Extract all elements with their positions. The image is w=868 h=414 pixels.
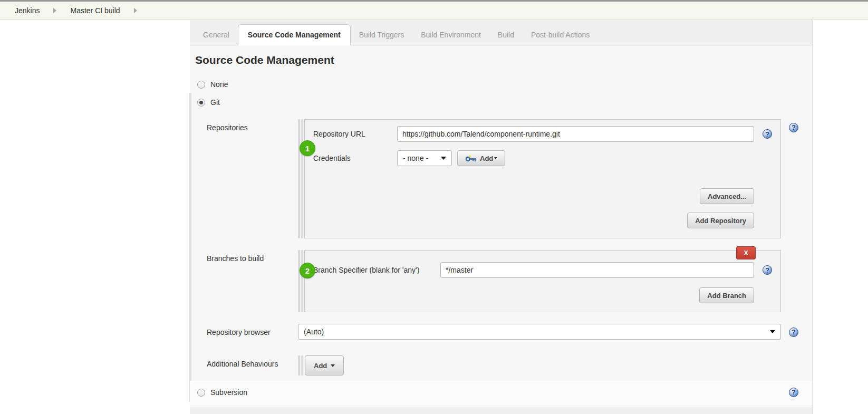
delete-branch-button[interactable]: X bbox=[736, 246, 756, 259]
step-badge-1: 1 bbox=[300, 140, 315, 156]
repository-url-label: Repository URL bbox=[313, 130, 397, 138]
radio-subversion[interactable] bbox=[197, 389, 205, 397]
radio-subversion-label: Subversion bbox=[210, 388, 247, 397]
credentials-selected-value: - none - bbox=[403, 154, 428, 162]
job-config-panel: General Source Code Management Build Tri… bbox=[190, 20, 813, 414]
repository-url-input[interactable] bbox=[397, 126, 754, 142]
chevron-down-icon bbox=[441, 157, 446, 160]
additional-behaviours-label: Additional Behaviours bbox=[197, 355, 298, 376]
help-icon[interactable] bbox=[763, 129, 772, 139]
behaviour-drag-handle[interactable] bbox=[298, 355, 304, 376]
advanced-button[interactable]: Advanced... bbox=[700, 188, 754, 204]
branch-box: X Branch Specifier (blank for 'any') Add… bbox=[304, 250, 781, 312]
help-icon[interactable] bbox=[789, 328, 798, 337]
branches-label: Branches to build bbox=[197, 250, 298, 312]
radio-git[interactable] bbox=[197, 99, 205, 107]
radio-none[interactable] bbox=[197, 81, 205, 89]
add-branch-button[interactable]: Add Branch bbox=[699, 287, 754, 303]
branch-drag-handle[interactable]: 2 bbox=[298, 250, 304, 312]
tab-general[interactable]: General bbox=[195, 25, 238, 45]
add-credentials-label: Add bbox=[480, 155, 493, 162]
repository-box: Repository URL Credentials - none - bbox=[304, 119, 781, 238]
add-behaviour-button[interactable]: Add bbox=[305, 355, 344, 376]
key-icon bbox=[465, 155, 477, 162]
chevron-right-icon[interactable] bbox=[134, 8, 137, 13]
credentials-select[interactable]: - none - bbox=[397, 150, 452, 166]
step-badge-2: 2 bbox=[300, 263, 315, 278]
repository-drag-handle[interactable]: 1 bbox=[298, 119, 304, 238]
additional-behaviours-section: Additional Behaviours Add bbox=[197, 355, 813, 376]
caret-down-icon bbox=[331, 364, 335, 367]
tab-build-triggers[interactable]: Build Triggers bbox=[351, 25, 413, 45]
credentials-label: Credentials bbox=[313, 154, 397, 162]
chevron-right-icon[interactable] bbox=[53, 8, 56, 13]
help-icon[interactable] bbox=[789, 123, 798, 132]
section-indent-bar bbox=[189, 93, 191, 402]
repositories-section: Repositories 1 Repository URL Credential… bbox=[197, 119, 813, 238]
help-icon[interactable] bbox=[763, 265, 772, 275]
chevron-down-icon bbox=[770, 330, 775, 333]
radio-none-label: None bbox=[210, 80, 228, 89]
config-tabbar: General Source Code Management Build Tri… bbox=[190, 20, 813, 45]
page-title: Source Code Management bbox=[195, 54, 813, 66]
scm-option-subversion: Subversion bbox=[190, 381, 813, 405]
add-behaviour-label: Add bbox=[314, 362, 327, 370]
tab-source-code-management[interactable]: Source Code Management bbox=[238, 24, 351, 45]
caret-down-icon bbox=[494, 157, 497, 159]
repository-browser-selected-value: (Auto) bbox=[304, 328, 324, 336]
tab-build-environment[interactable]: Build Environment bbox=[412, 25, 489, 45]
section-divider bbox=[190, 408, 813, 414]
branch-specifier-label: Branch Specifier (blank for 'any') bbox=[313, 266, 440, 274]
radio-git-label: Git bbox=[210, 98, 220, 107]
repository-browser-section: Repository browser (Auto) bbox=[197, 324, 813, 340]
help-icon[interactable] bbox=[789, 388, 798, 397]
breadcrumb: Jenkins Master CI build bbox=[0, 0, 868, 20]
scm-option-none: None bbox=[197, 80, 813, 89]
breadcrumb-item-job[interactable]: Master CI build bbox=[70, 6, 120, 15]
repository-browser-select[interactable]: (Auto) bbox=[298, 324, 781, 340]
breadcrumb-item-jenkins[interactable]: Jenkins bbox=[15, 6, 40, 15]
tab-build[interactable]: Build bbox=[489, 25, 523, 45]
branch-specifier-input[interactable] bbox=[440, 262, 754, 278]
tab-post-build-actions[interactable]: Post-build Actions bbox=[523, 25, 598, 45]
add-repository-button[interactable]: Add Repository bbox=[687, 213, 754, 228]
scm-option-git: Git bbox=[197, 98, 813, 107]
repository-browser-label: Repository browser bbox=[197, 324, 298, 340]
branches-section: Branches to build 2 X Branch Specifier (… bbox=[197, 250, 813, 312]
repositories-label: Repositories bbox=[197, 119, 298, 238]
add-credentials-button[interactable]: Add bbox=[457, 150, 505, 166]
